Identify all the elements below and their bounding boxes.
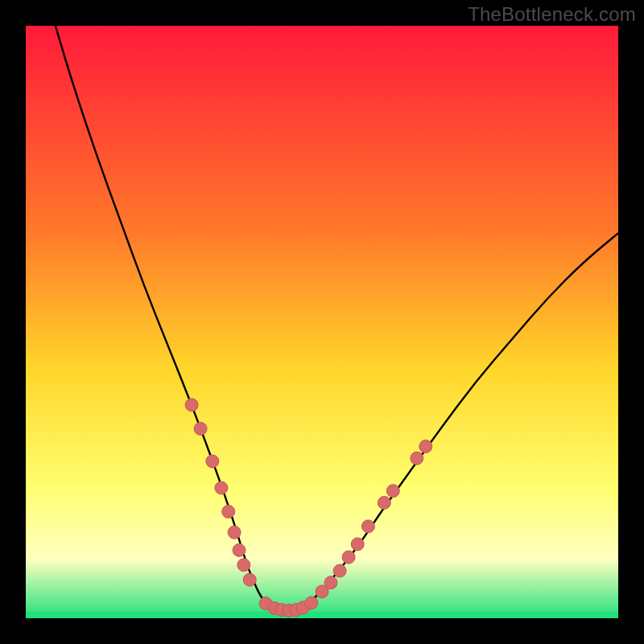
chart-frame: TheBottleneck.com [0, 0, 644, 644]
plot-background [26, 26, 618, 618]
data-marker [361, 520, 374, 533]
data-marker [243, 573, 256, 586]
watermark-text: TheBottleneck.com [468, 3, 636, 26]
bottleneck-chart [0, 0, 644, 644]
data-marker [386, 485, 399, 497]
data-marker [411, 452, 423, 464]
data-marker [215, 481, 228, 494]
data-marker [342, 551, 355, 564]
data-marker [185, 398, 198, 411]
data-marker [305, 597, 318, 609]
data-marker [237, 559, 250, 572]
data-marker [228, 526, 241, 539]
data-marker [233, 543, 246, 556]
data-marker [324, 576, 337, 589]
data-marker [333, 564, 346, 577]
green-baseline-strip [26, 612, 618, 618]
data-marker [378, 497, 390, 510]
data-marker [351, 538, 364, 551]
data-marker [419, 440, 432, 453]
data-marker [222, 506, 235, 518]
data-marker [206, 455, 219, 468]
data-marker [194, 423, 207, 436]
